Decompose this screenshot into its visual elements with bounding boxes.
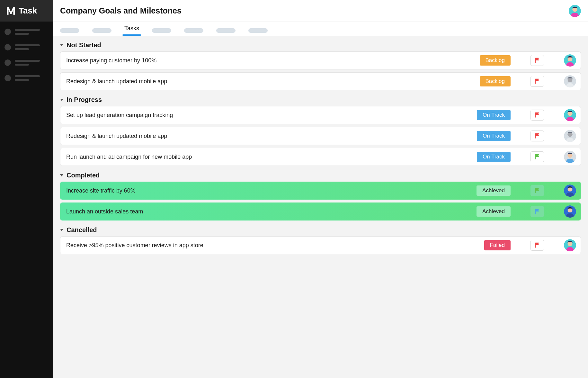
task-title: Receive >95% positive customer reviews i… [66,242,480,249]
status-badge[interactable]: On Track [477,152,511,162]
tab-placeholder[interactable] [184,28,203,33]
assignee-avatar[interactable] [564,130,576,142]
header: Company Goals and Milestones [53,0,588,22]
task-row[interactable]: Receive >95% positive customer reviews i… [60,236,581,254]
priority-flag[interactable] [530,151,544,162]
tab-tasks[interactable]: Tasks [124,25,139,36]
tab-placeholder[interactable] [152,28,171,33]
assignee-avatar[interactable] [564,75,576,87]
task-title: Set up lead generation campaign tracking [66,112,472,119]
section: Not Started Increase paying customer by … [60,41,581,90]
tab-label: Tasks [124,25,139,32]
chevron-down-icon [60,44,63,46]
section-header[interactable]: Not Started [60,41,581,49]
sidebar-item[interactable] [4,29,49,35]
priority-flag[interactable] [530,76,544,87]
assignee-avatar[interactable] [564,151,576,163]
task-row[interactable]: Set up lead generation campaign tracking… [60,106,581,124]
task-title: Redesign & launch updated mobile app [66,78,475,85]
main: Company Goals and Milestones Tasks Not S… [53,0,588,378]
status-badge[interactable]: Backlog [480,76,511,86]
section: In Progress Set up lead generation campa… [60,96,581,166]
task-title: Redesign & launch updated mobile app [66,133,472,140]
tab-placeholder[interactable] [60,28,79,33]
assignee-avatar[interactable] [564,205,576,218]
sidebar-item[interactable] [4,44,49,50]
section-title: Completed [67,172,100,179]
priority-flag[interactable] [530,206,544,217]
section-title: In Progress [67,96,102,104]
status-badge[interactable]: On Track [477,110,511,120]
task-title: Increase site traffic by 60% [66,187,472,194]
assignee-avatar[interactable] [564,239,576,251]
status-badge[interactable]: Backlog [480,55,511,66]
status-badge[interactable]: On Track [477,131,511,141]
priority-flag[interactable] [530,110,544,121]
tab-placeholder[interactable] [248,28,268,33]
header-avatar[interactable] [569,5,581,17]
priority-flag[interactable] [530,240,544,251]
section: Completed Increase site traffic by 60% A… [60,172,581,221]
priority-flag[interactable] [530,55,544,66]
section-header[interactable]: In Progress [60,96,581,104]
assignee-avatar[interactable] [564,184,576,197]
task-row[interactable]: Redesign & launch updated mobile app Bac… [60,72,581,90]
section-title: Cancelled [67,226,97,234]
brand-name: Task [19,6,37,16]
chevron-down-icon [60,174,63,176]
tabs: Tasks [53,22,588,36]
section: Cancelled Receive >95% positive customer… [60,226,581,254]
assignee-avatar[interactable] [564,109,576,121]
task-row[interactable]: Launch an outside sales team Achieved [60,203,581,221]
status-badge[interactable]: Failed [484,240,511,250]
task-row[interactable]: Increase paying customer by 100% Backlog [60,51,581,69]
section-title: Not Started [67,41,101,49]
section-header[interactable]: Completed [60,172,581,179]
priority-flag[interactable] [530,130,544,141]
task-row[interactable]: Redesign & launch updated mobile app On … [60,127,581,145]
brand-logo[interactable]: Task [0,0,53,22]
priority-flag[interactable] [530,185,544,196]
content: Not Started Increase paying customer by … [53,36,588,270]
assignee-avatar[interactable] [564,54,576,67]
task-row[interactable]: Run launch and ad campaign for new mobil… [60,148,581,166]
tab-placeholder[interactable] [92,28,111,33]
task-title: Launch an outside sales team [66,208,472,215]
status-badge[interactable]: Achieved [477,185,511,196]
task-title: Increase paying customer by 100% [66,57,475,64]
sidebar-item[interactable] [4,75,49,81]
tab-placeholder[interactable] [216,28,236,33]
sidebar: Task [0,0,53,378]
task-row[interactable]: Increase site traffic by 60% Achieved [60,182,581,200]
sidebar-item[interactable] [4,59,49,66]
sidebar-nav [0,22,53,88]
chevron-down-icon [60,99,63,101]
page-title: Company Goals and Milestones [60,6,182,15]
task-title: Run launch and ad campaign for new mobil… [66,154,472,160]
chevron-down-icon [60,229,63,231]
section-header[interactable]: Cancelled [60,226,581,234]
status-badge[interactable]: Achieved [477,206,511,217]
logo-icon [6,6,16,16]
